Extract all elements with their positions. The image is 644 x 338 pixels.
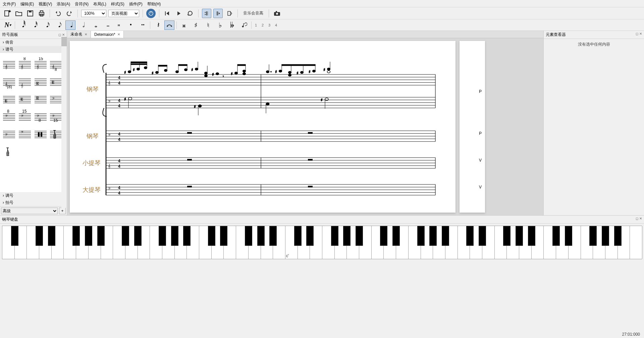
black-key[interactable] [589, 226, 597, 246]
note-whole-button[interactable]: 𝅝 [90, 20, 100, 30]
black-key[interactable] [48, 226, 55, 246]
black-key[interactable] [614, 226, 622, 246]
scrollbar-thumb[interactable] [61, 37, 67, 46]
menu-edit[interactable]: 编辑(E) [20, 1, 34, 6]
voice-4-button[interactable]: 4 [274, 23, 278, 27]
clef-bass-8va[interactable]: 𝄢8 [2, 108, 16, 125]
black-key[interactable] [331, 226, 338, 246]
black-key[interactable] [208, 226, 215, 246]
menu-help[interactable]: 帮助(H) [147, 1, 161, 6]
double-dot-button[interactable]: •• [138, 20, 148, 30]
note-breve-button[interactable]: 𝅜 [102, 20, 112, 30]
black-key[interactable] [159, 226, 166, 246]
black-key[interactable] [442, 226, 449, 246]
print-button[interactable] [37, 9, 46, 18]
clef-treble-paren[interactable]: 𝄞(8) [2, 73, 16, 91]
white-key[interactable] [630, 226, 642, 259]
black-key[interactable] [134, 226, 142, 246]
clef-baritone-c[interactable]: 𝄡 [34, 91, 48, 108]
dot-button[interactable]: • [126, 20, 136, 30]
natural-button[interactable]: ♮ [203, 20, 213, 30]
black-key[interactable] [257, 226, 265, 246]
piano-window-controls[interactable]: ◻ ✕ [636, 217, 642, 222]
black-key[interactable] [36, 226, 43, 246]
score-canvas[interactable]: 𝄞 4 4 钢琴 ♯ ♯ ♯ [67, 38, 543, 215]
score-page-1[interactable]: 𝄞 4 4 钢琴 ♯ ♯ ♯ [70, 41, 455, 213]
clef-treble[interactable]: 𝄞 [2, 56, 16, 73]
clef-mezzo[interactable]: 𝄡 [49, 73, 63, 91]
menu-view[interactable]: 视图(V) [39, 1, 52, 6]
voice-2-button[interactable]: 2 [260, 23, 265, 27]
clef-tenor[interactable]: 𝄡 [18, 91, 32, 108]
open-button[interactable] [14, 9, 23, 18]
palette-section-grace[interactable]: 倚音 [0, 39, 67, 46]
black-key[interactable] [97, 226, 105, 246]
score-tab-detemaion[interactable]: Detemaion*✕ [91, 31, 124, 38]
clef-tab-4[interactable]: TAB [2, 143, 16, 160]
clef-subbass[interactable]: 𝄢 [18, 125, 32, 143]
menu-add[interactable]: 添加(A) [57, 1, 70, 6]
black-key[interactable] [380, 226, 387, 246]
black-key[interactable] [552, 226, 560, 246]
repeat-in-button[interactable] [202, 9, 211, 18]
clef-bass-15ma[interactable]: 𝄢15 [18, 108, 32, 125]
black-key[interactable] [417, 226, 425, 246]
clef-treble-8vb[interactable]: 𝄞8 [49, 56, 63, 73]
clef-french[interactable]: 𝄞 [18, 73, 32, 91]
flat-button[interactable]: ♭ [215, 20, 225, 30]
black-key[interactable] [343, 226, 351, 246]
black-key[interactable] [220, 226, 227, 246]
loop-button[interactable] [185, 9, 195, 18]
note-16th-button[interactable]: 𝅘𝅥𝅯 [41, 20, 51, 30]
menu-plugins[interactable]: 插件(P) [129, 1, 143, 6]
note-32nd-button[interactable]: 𝅘𝅥𝅰 [29, 20, 39, 30]
palette-section-time[interactable]: 拍号 [0, 199, 67, 206]
rewind-button[interactable] [163, 9, 172, 18]
note-longa-button[interactable]: 𝆸 [114, 20, 124, 30]
repeat-out-button[interactable] [213, 9, 223, 18]
clef-soprano[interactable]: 𝄡 [34, 73, 48, 91]
inspector-window-controls[interactable]: ◻ ✕ [636, 32, 642, 38]
note-64th-button[interactable]: 𝅘𝅥𝅱 [17, 20, 27, 30]
black-key[interactable] [245, 226, 252, 246]
black-key[interactable] [516, 226, 523, 246]
close-icon[interactable]: ✕ [85, 33, 87, 36]
clef-baritone-f[interactable]: 𝄢 [2, 125, 16, 143]
play-button[interactable] [174, 9, 183, 18]
black-key[interactable] [171, 226, 178, 246]
save-button[interactable] [25, 9, 35, 18]
new-score-button[interactable]: ✦ [3, 9, 12, 18]
tie-button[interactable] [164, 20, 174, 30]
clef-bass-8vb[interactable]: 𝄢8 [34, 108, 48, 125]
menu-layout[interactable]: 布局(L) [93, 1, 106, 6]
pan-button[interactable] [225, 9, 234, 18]
note-half-button[interactable]: 𝅗𝅥 [77, 20, 88, 30]
screenshot-button[interactable] [272, 9, 282, 18]
concert-pitch-button[interactable]: 音乐会音高 [241, 9, 265, 17]
black-key[interactable] [392, 226, 400, 246]
voice-1-button[interactable]: 1 [254, 23, 258, 27]
clef-bass[interactable]: 𝄢 [49, 91, 63, 108]
rest-button[interactable]: 𝄽 [152, 20, 162, 30]
black-key[interactable] [466, 226, 474, 246]
note-8th-button[interactable]: 𝅘𝅥𝅮 [53, 20, 63, 30]
clef-alto[interactable]: 𝄡 [2, 91, 16, 108]
palette-add-button[interactable]: + [59, 208, 66, 214]
redo-button[interactable] [65, 9, 74, 18]
score-page-2[interactable]: P P V V [460, 41, 485, 213]
score-tab-untitled[interactable]: 未命名✕ [67, 31, 91, 38]
black-key[interactable] [602, 226, 609, 246]
zoom-select[interactable]: 100% [81, 10, 106, 17]
black-key[interactable] [429, 226, 437, 246]
black-key[interactable] [356, 226, 363, 246]
sharp-button[interactable]: ♯ [191, 20, 201, 30]
black-key[interactable] [122, 226, 129, 246]
black-key[interactable] [306, 226, 314, 246]
black-key[interactable] [72, 226, 80, 246]
black-key[interactable] [85, 226, 92, 246]
double-flat-button[interactable]: 𝄫 [227, 20, 237, 30]
voice-3-button[interactable]: 3 [267, 23, 272, 27]
palette-window-controls[interactable]: ◻ ✕ [58, 33, 65, 37]
note-input-mode-button[interactable]: N▾ [3, 20, 13, 30]
clef-percussion[interactable] [34, 125, 48, 143]
